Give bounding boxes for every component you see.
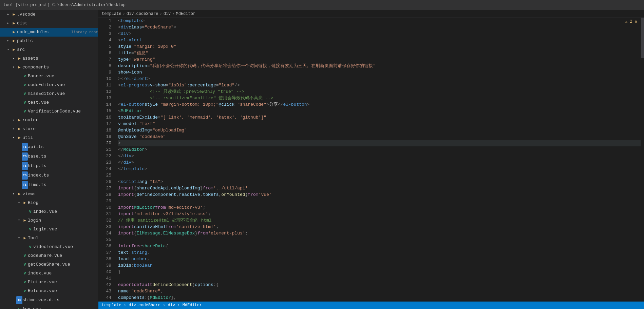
tree-label: src bbox=[17, 46, 98, 54]
sidebar-item-views[interactable]: ▶views bbox=[0, 190, 98, 199]
line-number: 33 bbox=[98, 224, 111, 230]
tree-label: base.ts bbox=[28, 153, 98, 160]
code-line: <el-alert bbox=[118, 37, 641, 43]
sidebar-item-codeShare.vue[interactable]: VcodeShare.vue bbox=[0, 251, 98, 260]
sidebar-item-Time.ts[interactable]: TSTime.ts bbox=[0, 180, 98, 190]
sidebar-item-VerificationCode.vue[interactable]: VVerificationCode.vue bbox=[0, 107, 98, 116]
line-number: 12 bbox=[98, 88, 111, 95]
tree-label: api.ts bbox=[28, 143, 98, 151]
tree-arrow bbox=[11, 134, 16, 142]
tree-label: Blog bbox=[28, 199, 98, 207]
breadcrumb-item: div bbox=[164, 12, 171, 16]
code-line: <template> bbox=[118, 18, 641, 24]
sidebar-item-shime-vue.d.ts[interactable]: TSshime-vue.d.ts bbox=[0, 295, 98, 305]
sidebar-item-Tool[interactable]: ▶Tool bbox=[0, 234, 98, 243]
minimap-thumb bbox=[641, 18, 644, 58]
sidebar-item-assets[interactable]: ▶assets bbox=[0, 54, 98, 63]
sidebar-item-test.vue[interactable]: Vtest.vue bbox=[0, 98, 98, 107]
sidebar-item-login-vue[interactable]: Vlogin.vue bbox=[0, 225, 98, 234]
tree-label: test.vue bbox=[28, 99, 98, 106]
sidebar-item-public[interactable]: ▶public bbox=[0, 37, 98, 45]
tree-label: App.vue bbox=[22, 306, 98, 309]
line-number: 6 bbox=[98, 50, 111, 56]
line-number: 36 bbox=[98, 243, 111, 249]
tree-arrow bbox=[11, 64, 16, 71]
code-content[interactable]: <template> <div class="codeShare"> <div>… bbox=[115, 18, 641, 302]
tree-arrow bbox=[11, 55, 16, 62]
sidebar-item-codeEditor.vue[interactable]: VcodeEditor.vue bbox=[0, 81, 98, 89]
tree-label: index.ts bbox=[28, 172, 98, 179]
sidebar-item-store[interactable]: ▶store bbox=[0, 125, 98, 133]
editor-area: template › div.codeShare › div › MdEdito… bbox=[98, 10, 644, 309]
tree-label: getCodeShare.vue bbox=[28, 261, 98, 268]
sidebar-item-missEditor.vue[interactable]: VmissEditor.vue bbox=[0, 89, 98, 98]
sidebar-item-src[interactable]: ▶src bbox=[0, 45, 98, 54]
tree-arrow bbox=[11, 125, 16, 133]
sidebar-item-Banner.vue[interactable]: VBanner.vue bbox=[0, 72, 98, 81]
file-icon: V bbox=[27, 243, 33, 251]
file-icon: V bbox=[22, 99, 28, 106]
code-line: > bbox=[118, 140, 641, 146]
line-number: 8 bbox=[98, 63, 111, 69]
sidebar[interactable]: ▶.vscode▶dist▶node_moduleslibrary root▶p… bbox=[0, 10, 98, 309]
sidebar-item-router[interactable]: ▶router bbox=[0, 116, 98, 125]
status-bar: template › div.codeShare › div › MdEdito… bbox=[98, 302, 644, 309]
line-number: 38 bbox=[98, 256, 111, 262]
tree-label: public bbox=[17, 37, 98, 45]
line-numbers: 1234567891011121314151617181920212223242… bbox=[98, 18, 115, 302]
sidebar-item-node_modules[interactable]: ▶node_moduleslibrary root bbox=[0, 28, 98, 37]
sidebar-item-Release.vue[interactable]: VRelease.vue bbox=[0, 287, 98, 295]
code-line: <el-button style="margin-bottom: 10px;" … bbox=[118, 101, 641, 108]
code-line: name: "codeShare", bbox=[118, 288, 641, 294]
sidebar-item-vscode[interactable]: ▶.vscode bbox=[0, 10, 98, 19]
breadcrumb-item: template bbox=[102, 12, 121, 16]
sidebar-item-http.ts[interactable]: TShttp.ts bbox=[0, 161, 98, 171]
folder-icon: ▶ bbox=[11, 37, 17, 45]
file-icon: V bbox=[22, 73, 28, 80]
tree-label: Tool bbox=[28, 234, 98, 242]
file-icon: V bbox=[16, 306, 22, 309]
line-number: 40 bbox=[98, 269, 111, 275]
sidebar-item-dist[interactable]: ▶dist bbox=[0, 19, 98, 28]
code-line: <div> bbox=[118, 30, 641, 37]
sidebar-item-index.ts[interactable]: TSindex.ts bbox=[0, 171, 98, 180]
sidebar-item-components[interactable]: ▶components bbox=[0, 63, 98, 72]
sidebar-item-Blog-index.vue[interactable]: Vindex.vue bbox=[0, 207, 98, 216]
file-icon: V bbox=[22, 108, 28, 115]
sidebar-item-videoFormat.vue[interactable]: VvideoFormat.vue bbox=[0, 243, 98, 251]
code-line: type="warning" bbox=[118, 56, 641, 63]
sidebar-item-login[interactable]: ▶login bbox=[0, 216, 98, 225]
file-icon: TS bbox=[22, 171, 28, 180]
sidebar-item-App.vue[interactable]: VApp.vue bbox=[0, 305, 98, 309]
code-line: show-icon bbox=[118, 69, 641, 76]
sidebar-item-api.ts[interactable]: TSapi.ts bbox=[0, 142, 98, 152]
sidebar-item-base.ts[interactable]: TSbase.ts bbox=[0, 152, 98, 161]
code-line: @onSave="codeSave" bbox=[118, 133, 641, 140]
sidebar-item-Blog[interactable]: ▶Blog bbox=[0, 199, 98, 207]
line-number: 31 bbox=[98, 211, 111, 217]
minimap bbox=[641, 18, 644, 302]
sidebar-item-util[interactable]: ▶util bbox=[0, 133, 98, 142]
line-number: 32 bbox=[98, 217, 111, 224]
folder-icon: ▶ bbox=[11, 28, 17, 36]
code-line: <div class="codeShare"> bbox=[118, 24, 641, 30]
code-editor[interactable]: 1234567891011121314151617181920212223242… bbox=[98, 18, 644, 302]
file-icon: V bbox=[22, 279, 28, 286]
line-number: 26 bbox=[98, 179, 111, 185]
file-icon: V bbox=[22, 261, 28, 268]
line-number: 22 bbox=[98, 153, 111, 159]
main-layout: ▶.vscode▶dist▶node_moduleslibrary root▶p… bbox=[0, 10, 644, 309]
breadcrumb-sep: › bbox=[172, 12, 174, 16]
sidebar-item-getCodeShare.vue[interactable]: VgetCodeShare.vue bbox=[0, 260, 98, 269]
line-number: 9 bbox=[98, 69, 111, 76]
code-line: </div> bbox=[118, 153, 641, 159]
code-line: import MdEditor from 'md-editor-v3'; bbox=[118, 204, 641, 211]
code-line: } bbox=[118, 269, 641, 275]
code-line: export default defineComponent( options:… bbox=[118, 282, 641, 288]
sidebar-item-Picture.vue[interactable]: VPicture.vue bbox=[0, 278, 98, 287]
file-icon: TS bbox=[22, 181, 28, 189]
sidebar-item-src-index.vue[interactable]: Vindex.vue bbox=[0, 269, 98, 278]
line-number: 3 bbox=[98, 30, 111, 37]
extra-label: library root bbox=[71, 28, 98, 36]
line-number: 39 bbox=[98, 262, 111, 269]
